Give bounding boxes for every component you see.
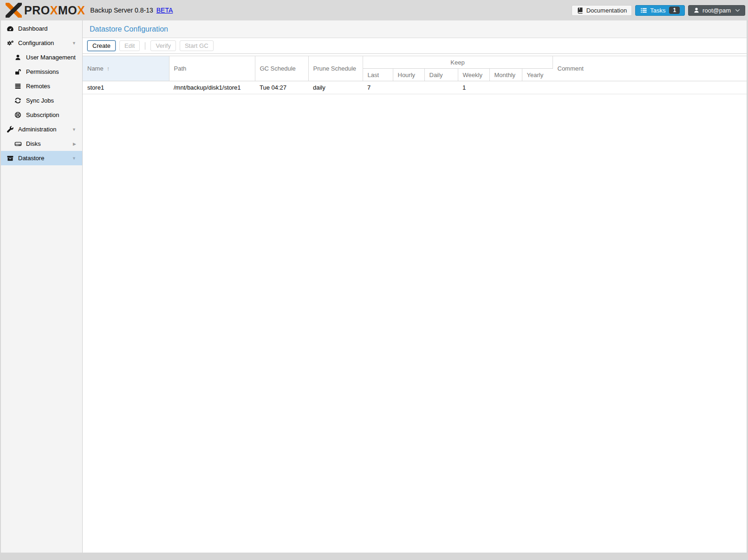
toolbar: Create Edit Verify Start GC <box>83 38 747 54</box>
datastore-table: Name↑ Path GC Schedule Prune Schedule Ke… <box>83 56 747 94</box>
tasks-count-badge: 1 <box>669 7 680 14</box>
dashboard-icon <box>6 25 14 33</box>
chevron-down-icon[interactable]: ▼ <box>72 156 76 160</box>
chevron-down-icon[interactable]: ▼ <box>72 127 76 131</box>
chevron-down-icon[interactable]: ▼ <box>72 41 76 45</box>
toolbar-separator <box>145 42 145 50</box>
unlock-icon <box>14 68 22 76</box>
cell-keep-hourly[interactable] <box>393 81 424 94</box>
book-icon <box>577 7 584 14</box>
cogs-icon <box>6 39 14 47</box>
column-header-keep-weekly[interactable]: Weekly <box>458 69 489 81</box>
sidebar-item-datastore[interactable]: Datastore ▼ <box>1 151 82 165</box>
wrench-icon <box>6 126 14 133</box>
column-header-prune-schedule[interactable]: Prune Schedule <box>308 56 363 81</box>
cell-keep-weekly[interactable]: 1 <box>458 81 489 94</box>
cell-keep-monthly[interactable] <box>489 81 522 94</box>
start-gc-button[interactable]: Start GC <box>180 40 214 51</box>
sidebar-item-subscription[interactable]: Subscription <box>1 108 82 122</box>
sidebar-item-remotes[interactable]: Remotes <box>1 79 82 93</box>
column-header-path[interactable]: Path <box>169 56 255 81</box>
sidebar-item-configuration[interactable]: Configuration ▼ <box>1 36 82 50</box>
tasks-button[interactable]: Tasks 1 <box>635 5 685 16</box>
user-icon <box>693 7 700 13</box>
sidebar-item-dashboard[interactable]: Dashboard <box>1 21 82 36</box>
sync-icon <box>14 97 22 104</box>
app-header: PROXMOX Backup Server 0.8-13 BETA Docume… <box>0 0 748 20</box>
column-header-keep-last[interactable]: Last <box>363 69 393 81</box>
column-header-keep-hourly[interactable]: Hourly <box>393 69 424 81</box>
column-header-comment[interactable]: Comment <box>553 56 747 81</box>
sidebar-item-user-management[interactable]: User Management <box>1 50 82 65</box>
sidebar: Dashboard Configuration ▼ <box>1 20 83 553</box>
product-version: Backup Server 0.8-13 <box>90 7 153 14</box>
user-icon <box>14 54 22 61</box>
main-content: Datastore Configuration Create Edit Veri… <box>83 20 747 553</box>
cell-keep-last[interactable]: 7 <box>363 81 393 94</box>
cell-prune-schedule[interactable]: daily <box>308 81 363 94</box>
cell-gc-schedule[interactable]: Tue 04:27 <box>255 81 308 94</box>
proxmox-x-mark-icon <box>6 3 22 18</box>
life-ring-icon <box>14 111 22 118</box>
logo-text: PROXMOX <box>24 4 85 17</box>
sidebar-item-permissions[interactable]: Permissions <box>1 65 82 79</box>
proxmox-logo: PROXMOX <box>6 3 85 18</box>
sort-ascending-icon: ↑ <box>107 65 110 72</box>
edit-button[interactable]: Edit <box>119 40 140 51</box>
archive-icon <box>6 155 14 162</box>
cell-name[interactable]: store1 <box>83 81 169 94</box>
list-icon <box>14 83 22 90</box>
table-row[interactable]: store1 /mnt/backup/disk1/store1 Tue 04:2… <box>83 81 747 94</box>
column-header-keep-group[interactable]: Keep <box>363 56 553 69</box>
chevron-right-icon[interactable]: ▶ <box>73 142 76 146</box>
sidebar-item-disks[interactable]: Disks ▶ <box>1 137 82 151</box>
cell-keep-daily[interactable] <box>424 81 458 94</box>
cell-comment[interactable] <box>553 81 747 94</box>
hdd-icon <box>14 140 22 148</box>
panel-header: Datastore Configuration <box>83 20 747 38</box>
sidebar-item-sync-jobs[interactable]: Sync Jobs <box>1 93 82 108</box>
column-header-keep-yearly[interactable]: Yearly <box>522 69 553 81</box>
app-window: PROXMOX Backup Server 0.8-13 BETA Docume… <box>0 0 748 560</box>
user-menu-button[interactable]: root@pam <box>688 5 745 16</box>
cell-keep-yearly[interactable] <box>522 81 553 94</box>
verify-button[interactable]: Verify <box>150 40 176 51</box>
chevron-down-icon <box>735 9 740 12</box>
column-header-name[interactable]: Name↑ <box>83 56 169 81</box>
cell-path[interactable]: /mnt/backup/disk1/store1 <box>169 81 255 94</box>
create-button[interactable]: Create <box>87 40 116 51</box>
task-list-icon <box>640 7 647 14</box>
column-header-gc-schedule[interactable]: GC Schedule <box>255 56 308 81</box>
column-header-keep-daily[interactable]: Daily <box>424 69 458 81</box>
documentation-button[interactable]: Documentation <box>572 5 632 16</box>
sidebar-item-administration[interactable]: Administration ▼ <box>1 122 82 137</box>
page-title: Datastore Configuration <box>90 25 168 33</box>
beta-link[interactable]: BETA <box>156 7 173 14</box>
column-header-keep-monthly[interactable]: Monthly <box>489 69 522 81</box>
